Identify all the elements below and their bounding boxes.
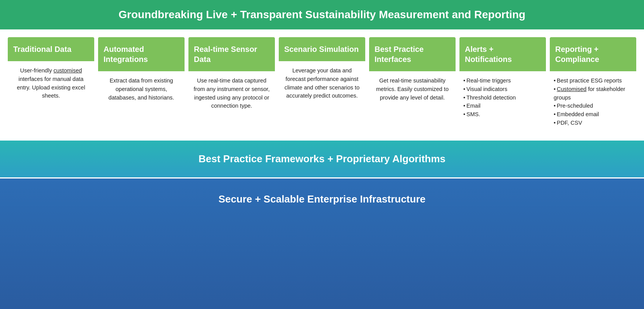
column-traditional-data: Traditional Data User-friendly customise… [8,37,94,133]
reporting-list: Best practice ESG reports Customised for… [554,77,632,127]
column-body-alerts: Real-time triggers Visual indicators Thr… [459,71,546,133]
column-header-realtime-sensor: Real-time Sensor Data [188,37,275,71]
column-header-best-practice: Best Practice Interfaces [369,37,456,71]
list-item: Embedded email [554,110,632,119]
column-body-realtime-sensor: Use real-time data captured from any ins… [188,71,275,133]
list-item: Email [463,102,542,110]
column-title-reporting: Reporting + Compliance [555,44,631,64]
column-body-best-practice: Get real-time sustainability metrics. Ea… [369,71,456,133]
column-best-practice: Best Practice Interfaces Get real-time s… [369,37,456,133]
top-banner-title: Groundbreaking Live + Transparent Sustai… [16,9,628,21]
column-title-traditional-data: Traditional Data [13,44,89,54]
column-realtime-sensor: Real-time Sensor Data Use real-time data… [188,37,275,133]
column-header-traditional-data: Traditional Data [8,37,94,61]
column-scenario-simulation: Scenario Simulation Leverage your data a… [279,37,365,133]
column-title-best-practice: Best Practice Interfaces [375,44,450,64]
column-header-reporting: Reporting + Compliance [550,37,636,71]
column-title-automated-integrations: Automated Integrations [104,44,179,64]
list-item: Best practice ESG reports [554,77,632,85]
column-body-reporting: Best practice ESG reports Customised for… [550,71,636,133]
columns-container: Traditional Data User-friendly customise… [8,37,636,133]
top-banner: Groundbreaking Live + Transparent Sustai… [0,0,644,29]
list-item: Visual indicators [463,85,542,94]
frameworks-banner: Best Practice Frameworks + Proprietary A… [0,141,644,177]
column-reporting: Reporting + Compliance Best practice ESG… [550,37,636,133]
frameworks-banner-title: Best Practice Frameworks + Proprietary A… [16,153,628,165]
middle-section: Traditional Data User-friendly customise… [0,29,644,141]
column-title-realtime-sensor: Real-time Sensor Data [194,44,269,64]
list-item: Threshold detection [463,94,542,102]
column-header-automated-integrations: Automated Integrations [98,37,185,71]
list-item: SMS. [463,110,542,119]
list-item: Customised for stakeholder groups [554,85,632,102]
infrastructure-banner-title: Secure + Scalable Enterprise Infrastruct… [16,193,628,205]
column-alerts: Alerts + Notifications Real-time trigger… [459,37,546,133]
list-item: Pre-scheduled [554,102,632,110]
alerts-list: Real-time triggers Visual indicators Thr… [463,77,542,119]
column-body-automated-integrations: Extract data from existing operational s… [98,71,185,133]
customised-link: customised [54,67,82,74]
column-title-alerts: Alerts + Notifications [465,44,540,64]
column-body-traditional-data: User-friendly customised interfaces for … [8,61,94,133]
divider [0,177,644,179]
infrastructure-banner: Secure + Scalable Enterprise Infrastruct… [0,179,644,309]
column-title-scenario-simulation: Scenario Simulation [284,44,360,54]
column-automated-integrations: Automated Integrations Extract data from… [98,37,185,133]
customised-reporting-link: Customised [557,86,587,92]
page-wrapper: Groundbreaking Live + Transparent Sustai… [0,0,644,309]
column-header-alerts: Alerts + Notifications [459,37,546,71]
list-item: Real-time triggers [463,77,542,85]
list-item: PDF, CSV [554,119,632,127]
column-body-scenario-simulation: Leverage your data and forecast performa… [279,61,365,133]
column-header-scenario-simulation: Scenario Simulation [279,37,365,61]
